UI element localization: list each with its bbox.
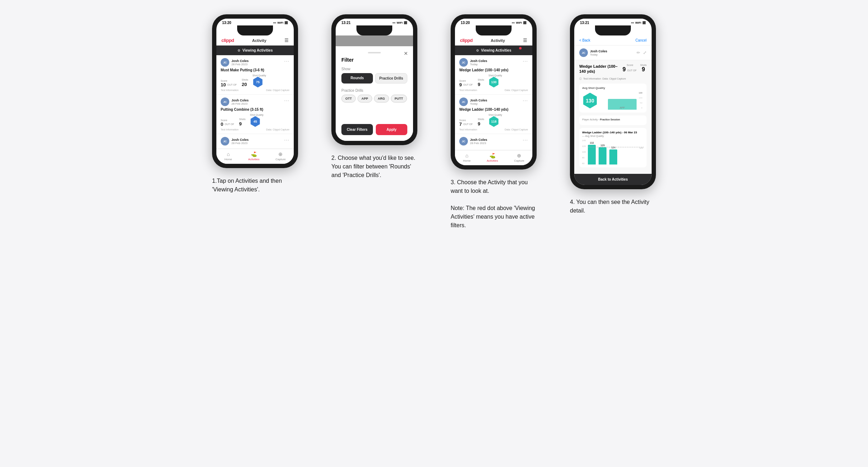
- avatar-4: JC: [579, 48, 588, 57]
- score-stat-2: Score 0 OUT OF: [221, 119, 235, 127]
- viewing-activities-bar-1[interactable]: ⚙ Viewing Activities: [216, 46, 294, 55]
- shots-label-3-1: Shots: [478, 78, 484, 81]
- sq-stat-3-1: Shot Quality 130: [488, 74, 502, 87]
- expand-icon[interactable]: ⤢: [643, 50, 647, 55]
- sq-hex-3-2: 118: [488, 116, 499, 127]
- app-logo-3: clippd: [460, 38, 473, 43]
- drill-tag-ott[interactable]: OTT: [341, 95, 356, 103]
- more-dots-3-1[interactable]: ···: [523, 58, 528, 64]
- nav-capture-1[interactable]: ⊕ Capture: [275, 151, 286, 161]
- activity-card-3-1[interactable]: JC Josh Coles Today ··· Wedge Ladder (10…: [455, 55, 532, 95]
- status-icons-3: ▪▪▪ WiFi ⬛: [512, 21, 527, 24]
- phone-1-screen: 13:20 ▪▪▪ WiFi ⬛ clippd Activity ☰: [216, 19, 294, 164]
- bar-2: [599, 147, 606, 165]
- more-dots-2[interactable]: ···: [284, 97, 289, 103]
- wifi-icon: WiFi: [277, 21, 283, 24]
- hamburger-icon-3[interactable]: ☰: [523, 38, 527, 43]
- drill-tag-putt[interactable]: PUTT: [391, 95, 407, 103]
- detail-score-block: Score 9 OUT OF: [623, 64, 637, 73]
- back-button[interactable]: < Back: [579, 38, 590, 42]
- user-name-3-3: Josh Coles: [470, 138, 487, 142]
- avatar-3: JC: [221, 137, 229, 146]
- detail-user-date: Today: [590, 53, 607, 56]
- card-header-3-3: JC Josh Coles 28 Feb 2023 ···: [459, 137, 528, 146]
- user-date-2: 28 Feb 2023: [231, 102, 249, 105]
- sq-value-2: 45: [253, 120, 257, 123]
- user-details-3-2: Josh Coles Today: [470, 99, 487, 105]
- user-name-1: Josh Coles: [231, 59, 249, 63]
- modal-close-icon[interactable]: ✕: [404, 51, 408, 56]
- signal-icon: ▪▪▪: [273, 21, 277, 24]
- signal-icon-4: ▪▪▪: [631, 21, 634, 24]
- step-2-caption: 2. Choose what you'd like to see. You ca…: [331, 154, 417, 180]
- activity-title-3-2: Wedge Ladder (100–140 yds): [459, 108, 528, 111]
- activity-title-1: Must Make Putting (3-6 ft): [221, 68, 289, 72]
- time-3: 13:20: [461, 21, 470, 25]
- filter-actions: Clear Filters Apply: [341, 124, 407, 135]
- card-footer-1: Test Information Data: Clippd Capture: [221, 89, 289, 91]
- status-bar-4: 13:21 ▪▪▪ WiFi ⬛: [574, 19, 652, 25]
- chart-x-label: APP: [601, 106, 644, 109]
- rounds-filter-btn[interactable]: Rounds: [341, 73, 373, 84]
- signal-icon-2: ▪▪▪: [393, 21, 396, 24]
- detail-content: Wedge Ladder (100–140 yds) Score 9 OUT O…: [574, 60, 652, 174]
- modal-spacer: [341, 110, 407, 124]
- avg-sq-label: Avg Shot Quality: [582, 86, 644, 90]
- edit-icon[interactable]: ✏: [637, 50, 640, 55]
- stats-row-3-2: Score 7 OUT OF Shots 9 Shot Quality: [459, 114, 528, 127]
- data-source-2: Data: Clippd Capture: [266, 128, 289, 131]
- app-logo-1: clippd: [221, 38, 234, 43]
- more-dots-1[interactable]: ···: [284, 58, 289, 64]
- detail-shots-value: 9: [642, 66, 645, 72]
- user-date-1: 28 Feb 2023: [231, 63, 249, 66]
- status-icons-1: ▪▪▪ WiFi ⬛: [273, 21, 288, 24]
- sq-large-value: 130: [586, 98, 594, 104]
- out-of-3-2: OUT OF: [463, 123, 473, 125]
- drill-tags-row: OTT APP ARG PUTT: [341, 95, 407, 103]
- more-dots-3[interactable]: ···: [284, 137, 289, 143]
- user-date-3-3: 28 Feb 2023: [470, 142, 487, 145]
- phone-4-screen: 13:21 ▪▪▪ WiFi ⬛ < Back Cancel JC: [574, 19, 652, 185]
- score-label-3-1: Score: [459, 80, 474, 82]
- sq-label-3-1: Shot Quality: [488, 74, 502, 77]
- nav-home-3[interactable]: ⌂ Home: [463, 153, 470, 162]
- apply-button[interactable]: Apply: [376, 124, 407, 135]
- home-icon-1: ⌂: [227, 151, 230, 157]
- nav-home-1[interactable]: ⌂ Home: [224, 151, 232, 161]
- wifi-icon-2: WiFi: [397, 21, 403, 24]
- bar-3: [609, 149, 617, 165]
- battery-icon-4: ⬛: [642, 21, 646, 24]
- chart-subtitle: --- Avg Shot Quality: [582, 135, 644, 137]
- step-3-caption-note: Note: The red dot above 'Viewing Activit…: [451, 205, 535, 228]
- sq-value-3-1: 130: [491, 80, 497, 84]
- nav-activities-label-3: Activities: [487, 159, 498, 162]
- activity-card-3-2[interactable]: JC Josh Coles Today ··· Wedge Ladder (10…: [455, 95, 532, 134]
- drill-tag-arg[interactable]: ARG: [374, 95, 389, 103]
- more-dots-3-2[interactable]: ···: [523, 97, 528, 103]
- detail-user-name: Josh Coles: [590, 49, 607, 53]
- nav-capture-3[interactable]: ⊕ Capture: [514, 153, 524, 162]
- viewing-bar-text-1: Viewing Activities: [243, 48, 273, 52]
- test-info-3-2: Test Information: [459, 128, 477, 131]
- step-3-column: 13:20 ▪▪▪ WiFi ⬛ clippd Activity ☰ ⚙ Vie…: [440, 14, 548, 230]
- nav-activities-1[interactable]: ⛳ Activities: [248, 151, 260, 161]
- nav-activities-3[interactable]: ⛳ Activities: [487, 153, 498, 162]
- filter-toggle-row: Rounds Practice Drills: [341, 73, 407, 84]
- step-2-column: 13:21 ▪▪▪ WiFi ⬛ ✕ Filter Show: [321, 14, 428, 180]
- cancel-button[interactable]: Cancel: [636, 38, 647, 42]
- status-bar-2: 13:21 ▪▪▪ WiFi ⬛: [336, 19, 413, 25]
- practice-drills-filter-btn[interactable]: Practice Drills: [375, 73, 407, 84]
- clear-filters-button[interactable]: Clear Filters: [341, 124, 373, 135]
- bar-chart: 140 120 100 80 60 132: [582, 139, 644, 165]
- test-info-1: Test Information: [221, 89, 239, 91]
- hamburger-icon-1[interactable]: ☰: [284, 38, 289, 43]
- activity-card-1[interactable]: JC Josh Coles 28 Feb 2023 ··· Must Make …: [216, 55, 294, 95]
- drill-tag-app[interactable]: APP: [358, 95, 372, 103]
- user-name-3-1: Josh Coles: [470, 59, 487, 63]
- score-value-3-1: 9: [459, 82, 462, 87]
- more-dots-3-3[interactable]: ···: [523, 137, 528, 143]
- back-to-activities-button[interactable]: Back to Activities: [574, 174, 652, 185]
- activity-card-2[interactable]: JC Josh Coles 28 Feb 2023 ··· Putting Co…: [216, 95, 294, 134]
- sq-hex-1: 75: [253, 77, 263, 87]
- viewing-activities-bar-3[interactable]: ⚙ Viewing Activities: [455, 46, 532, 55]
